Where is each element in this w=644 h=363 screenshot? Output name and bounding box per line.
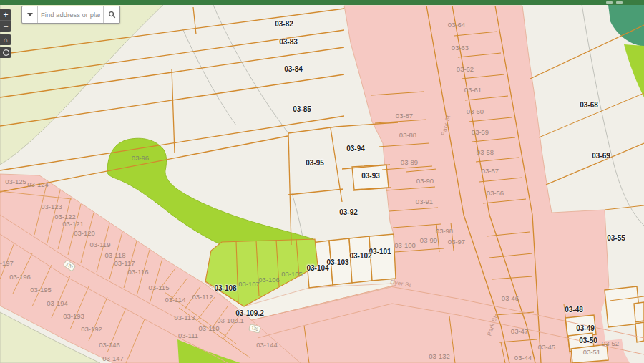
parcel-edge-box-1 [634, 302, 644, 322]
parcel-03-101 [369, 234, 396, 281]
chevron-down-icon [27, 13, 33, 16]
parcel-03-102 [349, 236, 372, 283]
home-icon: ⌂ [4, 37, 8, 44]
search-input[interactable] [38, 6, 103, 23]
minus-icon: − [3, 21, 8, 32]
locate-button[interactable] [0, 47, 11, 58]
parcel-03-103 [329, 238, 352, 285]
header-icon[interactable] [606, 1, 613, 4]
zoom-out-button[interactable]: − [0, 21, 11, 32]
map-canvas[interactable] [0, 0, 644, 363]
search-dropdown-button[interactable] [22, 6, 38, 23]
gis-parcel-viewer: 03-8203-8303-8403-8503-9403-9503-9303-92… [0, 0, 644, 363]
zoom-controls: + − [0, 9, 11, 32]
parcel-03-93 [352, 165, 389, 190]
home-button[interactable]: ⌂ [0, 34, 11, 45]
app-header-bar [0, 0, 644, 5]
header-icon[interactable] [616, 1, 623, 4]
zoom-in-button[interactable]: + [0, 9, 11, 20]
search-icon [108, 11, 116, 19]
parcel-edge-box-2 [635, 322, 644, 342]
search-box [21, 6, 120, 24]
plus-icon: + [3, 10, 8, 20]
locate-icon [3, 49, 9, 56]
search-button[interactable] [103, 6, 119, 23]
